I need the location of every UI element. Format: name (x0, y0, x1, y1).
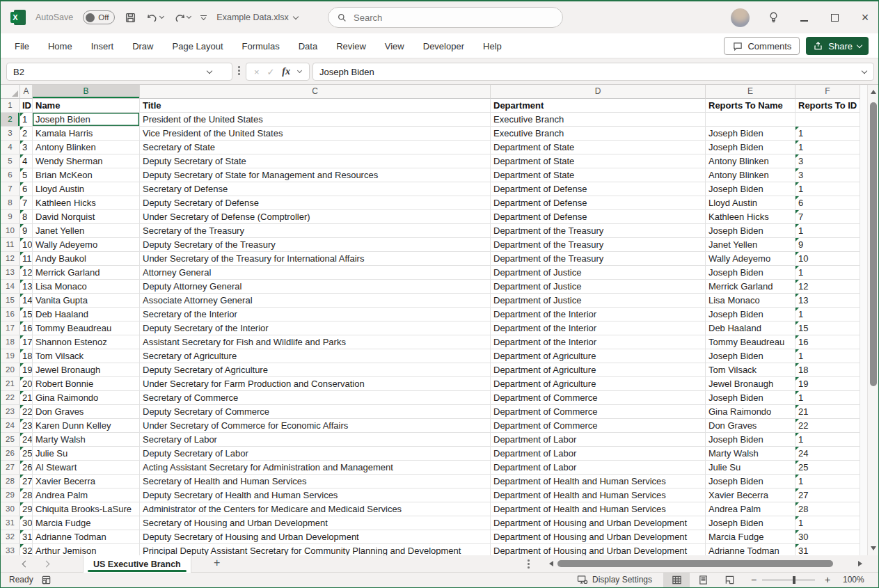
cell-C15[interactable]: Associate Attorney General (140, 294, 491, 308)
cell-A14[interactable]: 13 (20, 280, 33, 294)
zoom-in-button[interactable]: + (825, 574, 830, 585)
cell-B4[interactable]: Antony Blinken (33, 141, 140, 154)
cell-D17[interactable]: Department of the Interior (491, 321, 706, 335)
cell-C6[interactable]: Deputy Secretary of State for Management… (140, 168, 491, 182)
excel-logo-icon[interactable]: X (10, 10, 26, 25)
cell-A19[interactable]: 18 (20, 349, 33, 363)
cell-C16[interactable]: Secretary of the Interior (140, 308, 491, 321)
cell-D18[interactable]: Department of the Interior (491, 335, 706, 349)
column-header-B[interactable]: B (33, 85, 140, 99)
cell-F5[interactable]: 3 (795, 154, 860, 168)
cell-D20[interactable]: Department of Agriculture (491, 363, 706, 377)
row-header-10[interactable]: 10 (1, 224, 20, 238)
cell-C18[interactable]: Assistant Secretary for Fish and Wildlif… (140, 335, 491, 349)
row-header-22[interactable]: 22 (1, 391, 20, 405)
cell-E13[interactable]: Joseph Biden (706, 266, 795, 280)
cell-E15[interactable]: Lisa Monaco (706, 294, 795, 308)
cell-E22[interactable]: Joseph Biden (706, 391, 795, 405)
cell-A27[interactable]: 26 (20, 461, 33, 475)
cell-B5[interactable]: Wendy Sherman (33, 154, 140, 168)
cell-D11[interactable]: Department of the Treasury (491, 238, 706, 252)
cell-E17[interactable]: Deb Haaland (706, 321, 795, 335)
name-box-input[interactable] (7, 67, 202, 77)
cell-F23[interactable]: 21 (795, 405, 860, 419)
cell-D6[interactable]: Department of State (491, 168, 706, 182)
ribbon-tab-data[interactable]: Data (299, 41, 317, 51)
row-header-14[interactable]: 14 (1, 280, 20, 294)
cell-B1[interactable]: Name (33, 99, 140, 113)
cell-B33[interactable]: Arthur Jemison (33, 544, 140, 555)
ribbon-tab-home[interactable]: Home (48, 41, 72, 51)
row-header-29[interactable]: 29 (1, 488, 20, 502)
scroll-down-icon[interactable] (871, 546, 876, 550)
cell-E4[interactable]: Joseph Biden (706, 141, 795, 154)
cell-A32[interactable]: 31 (20, 530, 33, 544)
page-break-preview-button[interactable] (716, 573, 743, 587)
cell-F29[interactable]: 27 (795, 488, 860, 502)
cell-F12[interactable]: 10 (795, 252, 860, 266)
cell-F27[interactable]: 25 (795, 461, 860, 475)
cell-C19[interactable]: Secretary of Agriculture (140, 349, 491, 363)
cell-D16[interactable]: Department of the Interior (491, 308, 706, 321)
cell-E27[interactable]: Julie Su (706, 461, 795, 475)
undo-button[interactable] (146, 12, 164, 24)
cell-C26[interactable]: Deputy Secretary of Labor (140, 447, 491, 461)
cell-B29[interactable]: Andrea Palm (33, 488, 140, 502)
cell-C20[interactable]: Deputy Secretary of Agriculture (140, 363, 491, 377)
cell-D13[interactable]: Department of Justice (491, 266, 706, 280)
cell-A15[interactable]: 14 (20, 294, 33, 308)
next-sheet-icon[interactable] (43, 561, 50, 568)
horizontal-scroll-thumb[interactable] (557, 560, 833, 567)
previous-sheet-icon[interactable] (22, 561, 29, 568)
row-header-23[interactable]: 23 (1, 405, 20, 419)
cell-F31[interactable]: 1 (795, 516, 860, 530)
cell-F17[interactable]: 15 (795, 321, 860, 335)
cell-F11[interactable]: 9 (795, 238, 860, 252)
name-box[interactable] (6, 63, 232, 81)
cell-C30[interactable]: Administrator of the Centers for Medicar… (140, 502, 491, 516)
select-all-button[interactable] (1, 85, 20, 99)
cell-B16[interactable]: Deb Haaland (33, 308, 140, 321)
cell-A22[interactable]: 21 (20, 391, 33, 405)
formula-bar-expand-icon[interactable] (862, 67, 867, 73)
cell-F15[interactable]: 13 (795, 294, 860, 308)
cell-B6[interactable]: Brian McKeon (33, 168, 140, 182)
cell-E9[interactable]: Kathleen Hicks (706, 210, 795, 224)
cell-B7[interactable]: Lloyd Austin (33, 182, 140, 196)
cell-D30[interactable]: Department of Health and Human Services (491, 502, 706, 516)
cell-C7[interactable]: Secretary of Defense (140, 182, 491, 196)
cell-B27[interactable]: Al Stewart (33, 461, 140, 475)
cell-C24[interactable]: Under Secretary of Commerce for Economic… (140, 419, 491, 433)
cell-F19[interactable]: 1 (795, 349, 860, 363)
cell-E2[interactable] (706, 113, 795, 127)
cell-A21[interactable]: 20 (20, 377, 33, 391)
column-header-C[interactable]: C (140, 85, 491, 99)
scroll-left-icon[interactable] (549, 561, 553, 566)
ribbon-tab-developer[interactable]: Developer (423, 41, 464, 51)
cell-D8[interactable]: Department of Defense (491, 196, 706, 210)
cell-C22[interactable]: Secretary of Commerce (140, 391, 491, 405)
cell-D2[interactable]: Executive Branch (491, 113, 706, 127)
cell-E28[interactable]: Joseph Biden (706, 475, 795, 488)
cell-F18[interactable]: 16 (795, 335, 860, 349)
cell-D28[interactable]: Department of Health and Human Services (491, 475, 706, 488)
row-header-21[interactable]: 21 (1, 377, 20, 391)
cell-A18[interactable]: 17 (20, 335, 33, 349)
cell-F33[interactable]: 31 (795, 544, 860, 555)
cell-B8[interactable]: Kathleen Hicks (33, 196, 140, 210)
cell-A9[interactable]: 8 (20, 210, 33, 224)
cell-C33[interactable]: Principal Deputy Assistant Secretary for… (140, 544, 491, 555)
cell-F24[interactable]: 22 (795, 419, 860, 433)
cell-D9[interactable]: Department of Defense (491, 210, 706, 224)
row-header-7[interactable]: 7 (1, 182, 20, 196)
cell-B9[interactable]: David Norquist (33, 210, 140, 224)
row-header-11[interactable]: 11 (1, 238, 20, 252)
cell-F16[interactable]: 1 (795, 308, 860, 321)
row-header-33[interactable]: 33 (1, 544, 20, 555)
cell-D24[interactable]: Department of Commerce (491, 419, 706, 433)
cell-D26[interactable]: Department of Labor (491, 447, 706, 461)
cell-B2[interactable]: Joseph Biden (33, 113, 140, 127)
cell-F25[interactable]: 1 (795, 433, 860, 447)
cell-D32[interactable]: Department of Housing and Urban Developm… (491, 530, 706, 544)
row-header-30[interactable]: 30 (1, 502, 20, 516)
